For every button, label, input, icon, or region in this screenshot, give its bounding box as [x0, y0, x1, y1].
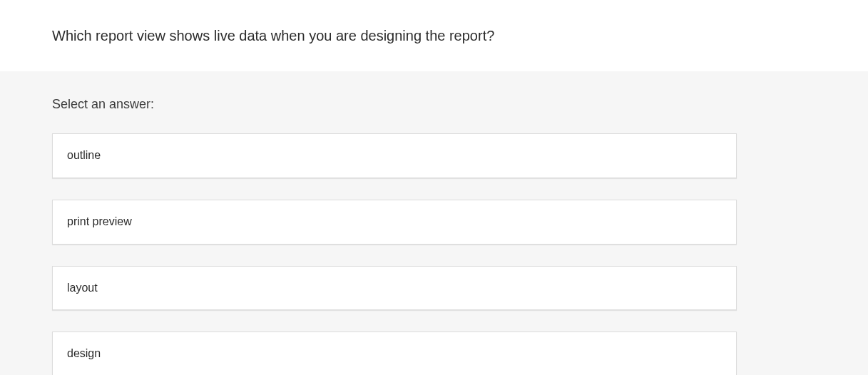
- question-area: Which report view shows live data when y…: [0, 0, 868, 71]
- question-text: Which report view shows live data when y…: [52, 26, 868, 46]
- option-design[interactable]: design: [52, 332, 737, 375]
- answer-area: Select an answer: outline print preview …: [0, 71, 868, 375]
- option-layout[interactable]: layout: [52, 266, 737, 311]
- option-outline[interactable]: outline: [52, 133, 737, 178]
- select-prompt: Select an answer:: [52, 97, 868, 112]
- option-print-preview[interactable]: print preview: [52, 200, 737, 245]
- options-list: outline print preview layout design: [52, 133, 737, 375]
